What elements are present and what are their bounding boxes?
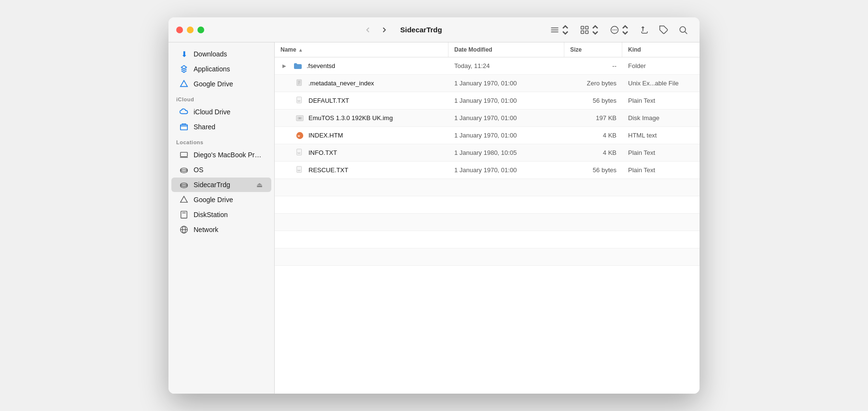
file-name: .metadata_never_index — [308, 80, 374, 87]
svg-point-9 — [614, 29, 615, 30]
file-kind: HTML text — [622, 129, 700, 142]
group-view-button[interactable] — [576, 22, 604, 38]
file-date: Today, 11:24 — [448, 59, 564, 72]
svg-rect-3 — [581, 26, 584, 29]
file-row[interactable]: EmuTOS 1.3.0 192KB UK.img 1 January 1970… — [275, 110, 700, 127]
sidebar-item-downloads[interactable]: ⬇ Downloads — [171, 47, 271, 61]
col-header-date[interactable]: Date Modified — [448, 42, 564, 57]
sidebar-item-os[interactable]: OS — [171, 163, 271, 177]
sidebar-item-diskstation[interactable]: DiskStation — [171, 207, 271, 222]
svg-point-10 — [616, 29, 616, 30]
file-name: RESCUE.TXT — [308, 166, 348, 174]
eject-button[interactable]: ⏏ — [255, 181, 264, 189]
file-kind: Plain Text — [622, 94, 700, 107]
file-date: 1 January 1970, 01:00 — [448, 77, 564, 90]
col-size-label: Size — [570, 46, 582, 53]
file-row[interactable]: TXT RESCUE.TXT 1 January 1970, 01:00 56 … — [275, 162, 700, 179]
sidebar-item-label: Downloads — [194, 50, 264, 58]
window-title: SidecarTrdg — [400, 26, 442, 34]
titlebar: SidecarTrdg — [168, 17, 700, 42]
back-button[interactable] — [360, 24, 376, 36]
sidebar-item-label: Shared — [194, 123, 264, 131]
applications-icon — [179, 64, 189, 74]
expand-button[interactable]: ▶ — [280, 63, 288, 68]
file-name-cell: EmuTOS 1.3.0 192KB UK.img — [275, 110, 448, 126]
content-area: ⬇ Downloads Applications — [168, 42, 700, 394]
maximize-button[interactable] — [197, 27, 204, 33]
file-date: 1 January 1970, 01:00 — [448, 164, 564, 177]
diskstation-icon — [179, 210, 189, 219]
sidebar-item-label: Google Drive — [194, 196, 264, 204]
sidebar: ⬇ Downloads Applications — [168, 42, 275, 394]
file-row[interactable]: .metadata_never_index 1 January 1970, 01… — [275, 75, 700, 92]
list-view-button[interactable] — [546, 22, 574, 38]
col-name-label: Name — [280, 46, 296, 53]
file-kind: Unix Ex...able File — [622, 77, 700, 90]
svg-text:TXT: TXT — [297, 152, 301, 154]
sidebar-item-sidecar[interactable]: SidecarTrdg ⏏ — [171, 178, 271, 192]
file-size: 4 KB — [564, 146, 622, 159]
minimize-button[interactable] — [187, 27, 194, 33]
tag-button[interactable] — [655, 22, 672, 38]
sidebar-item-label: Google Drive — [194, 80, 264, 88]
sidebar-item-label: OS — [194, 166, 264, 174]
action-button[interactable] — [606, 22, 634, 38]
sidebar-item-icloud-drive[interactable]: iCloud Drive — [171, 105, 271, 119]
svg-text:TXT: TXT — [297, 169, 301, 171]
sidebar-item-label: iCloud Drive — [194, 108, 264, 116]
file-row[interactable]: W INDEX.HTM 1 January 1970, 01:00 4 KB H… — [275, 127, 700, 144]
file-kind: Plain Text — [622, 164, 700, 177]
file-name-cell: TXT INFO.TXT — [275, 145, 448, 161]
file-icon: TXT — [295, 165, 305, 175]
file-date: 1 January 1970, 01:00 — [448, 94, 564, 107]
sidebar-item-applications[interactable]: Applications — [171, 62, 271, 76]
toolbar-actions — [546, 22, 692, 38]
sidebar-item-label: DiskStation — [194, 211, 264, 219]
empty-row — [275, 214, 700, 231]
html-icon: W — [295, 131, 305, 140]
file-name: EmuTOS 1.3.0 192KB UK.img — [308, 114, 393, 122]
downloads-icon: ⬇ — [179, 49, 189, 59]
svg-rect-6 — [586, 30, 588, 33]
sidebar-item-label: Applications — [194, 65, 264, 73]
empty-row — [275, 248, 700, 266]
col-header-size[interactable]: Size — [564, 42, 622, 57]
file-size: 56 bytes — [564, 164, 622, 177]
macbook-icon — [179, 150, 189, 160]
file-date: 1 January 1980, 10:05 — [448, 146, 564, 159]
file-name: INDEX.HTM — [308, 132, 343, 139]
google-drive-fav-icon — [179, 79, 189, 89]
file-name-cell: TXT DEFAULT.TXT — [275, 93, 448, 109]
svg-rect-5 — [581, 30, 584, 33]
icloud-drive-icon — [179, 107, 189, 117]
google-drive-loc-icon — [179, 195, 189, 205]
col-header-name[interactable]: Name ▲ — [275, 42, 448, 57]
sidebar-item-google-drive-fav[interactable]: Google Drive — [171, 77, 271, 91]
file-name-cell: ▶ .fseventsd — [275, 58, 448, 74]
folder-icon — [293, 61, 303, 71]
file-row[interactable]: ▶ .fseventsd Today, 11:24 -- Folder — [275, 57, 700, 75]
sidebar-item-macbook[interactable]: Diego's MacBook Pro 16" — [171, 148, 271, 162]
close-button[interactable] — [176, 27, 183, 33]
sidecar-icon — [179, 180, 189, 190]
sidebar-item-network[interactable]: Network — [171, 222, 271, 237]
file-size: 4 KB — [564, 129, 622, 142]
col-header-kind[interactable]: Kind — [622, 42, 700, 57]
locations-section-label: Locations — [168, 135, 274, 147]
sidebar-item-shared[interactable]: Shared — [171, 120, 271, 134]
os-icon — [179, 165, 189, 175]
traffic-lights — [176, 27, 204, 33]
share-button[interactable] — [636, 22, 653, 38]
file-list-header: Name ▲ Date Modified Size Kind — [275, 42, 700, 57]
file-row[interactable]: TXT DEFAULT.TXT 1 January 1970, 01:00 56… — [275, 92, 700, 110]
file-icon: TXT — [295, 148, 305, 158]
search-button[interactable] — [674, 22, 692, 38]
file-kind: Folder — [622, 59, 700, 72]
file-row[interactable]: TXT INFO.TXT 1 January 1980, 10:05 4 KB … — [275, 144, 700, 162]
svg-rect-17 — [181, 152, 187, 157]
file-date: 1 January 1970, 01:00 — [448, 111, 564, 124]
sidebar-item-google-drive-loc[interactable]: Google Drive — [171, 192, 271, 207]
forward-button[interactable] — [376, 24, 392, 36]
file-size: 56 bytes — [564, 94, 622, 107]
svg-line-14 — [685, 31, 687, 34]
